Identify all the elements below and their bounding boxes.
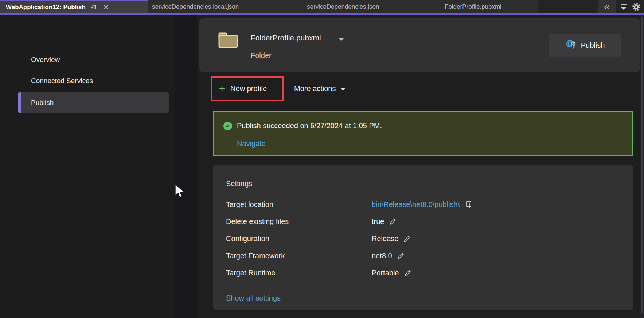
tab-label: serviceDependencies.json [307,3,379,11]
sidebar-item-publish-label: Publish [31,92,54,113]
setting-label: Target location [226,200,273,209]
setting-row-target-runtime: Target Runtime Portable [226,269,622,279]
publish-button-label: Publish [581,41,605,50]
publish-success-banner: ✓ Publish succeeded on 6/27/2024 at 1:05… [213,111,633,156]
settings-card: Settings Target location bin\Release\net… [213,165,633,310]
plus-icon: + [219,84,225,94]
setting-row-configuration: Configuration Release [226,235,622,245]
setting-row-target-location: Target location bin\Release\net8.0\publi… [226,200,622,211]
tab-folderprofile-pubxml[interactable]: FolderProfile.pubxml [429,0,538,13]
success-check-icon: ✓ [223,122,232,130]
setting-label: Target Framework [226,252,285,260]
sidebar-item-overview[interactable]: Overview [31,56,60,64]
more-actions-dropdown[interactable]: More actions [294,76,346,101]
new-profile-label: New profile [230,85,267,93]
document-tab-bar: WebApplication12: Publish × serviceDepen… [0,0,644,15]
setting-value: true [372,217,384,226]
mouse-cursor [175,184,186,201]
tab-label: WebApplication12: Publish [6,4,86,11]
publish-success-message: Publish succeeded on 6/27/2024 at 1:05 P… [237,122,382,130]
target-location-link[interactable]: bin\Release\net8.0\publish\ [372,200,460,209]
setting-value: Release [372,235,398,243]
profile-header-card: FolderProfile.pubxml Folder Publish [199,18,640,72]
sidebar-item-publish[interactable]: Publish [18,92,169,113]
tab-list-dropdown-icon[interactable] [621,4,627,10]
tab-servicedependencies-json[interactable]: serviceDependencies.json [303,0,429,13]
profile-type-label: Folder [251,51,272,60]
setting-value: net8.0 [372,252,392,260]
tab-servicedependencies-local-json[interactable]: serviceDependencies.local.json [148,0,303,13]
edit-pencil-icon[interactable] [403,235,411,243]
selected-accent-bar [18,92,21,113]
double-chevron-left-icon[interactable]: « [598,0,616,13]
settings-heading: Settings [226,180,252,188]
tab-label: serviceDependencies.local.json [152,3,239,11]
setting-label: Target Runtime [226,269,276,277]
setting-row-delete-existing-files: Delete existing files true [226,217,622,228]
setting-row-target-framework: Target Framework net8.0 [226,252,622,262]
profile-name-dropdown[interactable]: FolderProfile.pubxml [251,34,321,42]
vs-publish-window: Overview Connected Services Publish Fold… [0,0,644,318]
publish-globe-icon [565,39,577,52]
chevron-down-icon [340,88,346,91]
edit-pencil-icon[interactable] [403,269,412,277]
setting-label: Delete existing files [226,217,289,226]
gear-icon[interactable] [632,2,641,12]
sidebar-item-connected-services[interactable]: Connected Services [31,77,93,85]
copy-icon[interactable] [464,201,472,209]
edit-pencil-icon[interactable] [397,252,405,260]
show-all-settings-link[interactable]: Show all settings [226,294,281,302]
scrollbar-thumb[interactable] [641,17,643,313]
edit-pencil-icon[interactable] [389,217,397,226]
more-actions-label: More actions [294,85,336,93]
tab-label: FolderProfile.pubxml [445,3,501,11]
close-icon[interactable]: × [102,3,110,12]
setting-label: Configuration [226,235,269,243]
vertical-scrollbar[interactable] [640,15,644,318]
tab-webapplication12-publish[interactable]: WebApplication12: Publish × [0,0,148,13]
publish-button[interactable]: Publish [549,34,621,57]
tabbar-controls: « [598,0,644,13]
new-profile-button[interactable]: + New profile [211,76,284,101]
chevron-down-icon[interactable] [339,38,344,41]
navigate-link[interactable]: Navigate [237,140,266,148]
sidebar-main-divider [175,15,197,318]
pin-icon[interactable] [89,3,98,12]
setting-value: Portable [372,269,399,277]
folder-icon [218,31,238,50]
publish-sidebar: Overview Connected Services Publish [0,15,175,318]
